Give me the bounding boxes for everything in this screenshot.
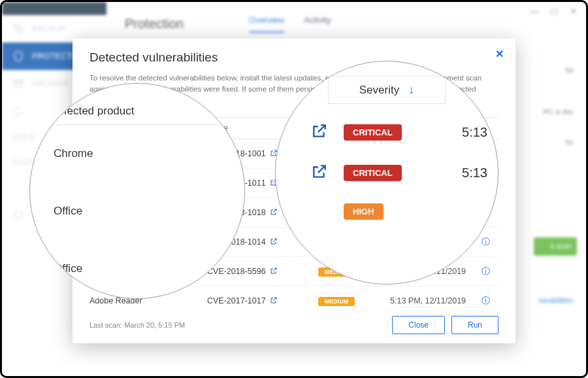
side-text-1: ful <box>565 66 573 74</box>
lens-severity: CRITICAL <box>344 124 435 141</box>
info-icon[interactable]: ⓘ <box>482 236 501 248</box>
last-scan-label: Last scan: <box>90 321 122 329</box>
close-icon[interactable]: ✕ <box>495 48 504 60</box>
cell-cve: CVE-2018-5596 <box>207 267 318 277</box>
circle-icon <box>12 209 24 220</box>
sidebar-label: OOLS <box>12 133 35 142</box>
external-link-icon[interactable] <box>311 122 344 142</box>
external-link-icon[interactable] <box>270 208 278 218</box>
page-title: Protection <box>125 16 184 31</box>
magnifier-left: Affected product Chrome Office Office <box>29 83 245 299</box>
external-link-icon[interactable] <box>311 163 344 182</box>
archive-icon <box>12 78 24 90</box>
lens-right-row: HIGH <box>289 193 485 230</box>
sidebar-item-help[interactable]: HELP <box>2 0 106 6</box>
lens-right-row: CRITICAL5:13 <box>289 112 485 152</box>
severity-badge: MEDIUM <box>318 297 355 306</box>
tab-activity[interactable]: Activity <box>304 15 331 33</box>
info-icon[interactable]: ⓘ <box>482 295 501 307</box>
lens-left-item: Chrome <box>52 125 222 182</box>
lens-severity: HIGH <box>344 203 435 220</box>
scan-button-bg[interactable]: k scan <box>534 237 577 256</box>
window-controls: — □ × <box>530 6 578 16</box>
vulnerabilities-link[interactable]: nerabilities <box>538 296 573 304</box>
severity-badge: HIGH <box>344 203 384 220</box>
lens-time: 5:13 <box>435 125 487 140</box>
info-icon[interactable]: ⓘ <box>482 266 501 277</box>
minimize-icon[interactable]: — <box>530 6 539 16</box>
lens-right-header-label: Severity <box>359 84 399 97</box>
svg-rect-3 <box>15 82 22 88</box>
external-link-icon[interactable] <box>270 296 278 306</box>
severity-badge: CRITICAL <box>344 124 402 141</box>
maximize-icon[interactable]: □ <box>549 6 559 16</box>
sidebar-label: BACKUP <box>32 24 66 33</box>
modal-footer: Last scan: March 20, 5:15 PM Close Run <box>90 316 498 334</box>
run-button[interactable]: Run <box>451 316 498 334</box>
side-text-2: PC in the <box>527 108 573 116</box>
cell-cve: CVE-2017-1017 <box>207 296 318 306</box>
shield-icon <box>12 50 24 62</box>
lens-left-item: Office <box>52 182 222 240</box>
sidebar: BACKUP PROTECTION ARCHIVE OOLS CCOUNT <box>2 2 106 15</box>
lens-time: 5:13 <box>435 165 487 180</box>
lens-left-header: Affected product <box>52 101 222 125</box>
sidebar-label: ARCHIVE <box>32 79 69 88</box>
external-link-icon[interactable] <box>270 237 278 247</box>
last-scan-value: March 20, 5:15 PM <box>124 321 185 329</box>
modal-title: Detected vulnerabilities <box>90 50 498 65</box>
last-scan: Last scan: March 20, 5:15 PM <box>90 321 185 329</box>
svg-point-4 <box>14 211 22 218</box>
close-button[interactable]: Close <box>392 316 445 334</box>
sort-down-icon: ↓ <box>408 83 414 97</box>
external-link-icon[interactable] <box>270 267 278 277</box>
cell-severity: MEDIUM <box>318 296 390 306</box>
side-text-3: ks <box>566 138 573 146</box>
severity-badge: CRITICAL <box>344 165 402 181</box>
backup-icon <box>12 23 24 35</box>
main-header: Protection Overview Activity <box>106 2 586 33</box>
app-window: — □ × BACKUP PROTECTION ARCHIVE OOLS <box>0 0 588 378</box>
lens-severity: CRITICAL <box>344 165 435 181</box>
close-window-icon[interactable]: × <box>569 6 578 16</box>
lens-right-row: CRITICAL5:13 <box>289 152 485 193</box>
cell-detected: 5:13 PM, 12/11/2019 <box>390 296 482 305</box>
tab-overview[interactable]: Overview <box>249 15 284 33</box>
lens-right-header: Severity ↓ <box>328 76 446 104</box>
magnifier-right: Severity ↓ CRITICAL5:13CRITICAL5:13HIGH <box>275 61 498 284</box>
tabs: Overview Activity <box>249 15 331 33</box>
scan-button-label: k scan <box>551 242 572 250</box>
sync-icon <box>12 105 24 117</box>
